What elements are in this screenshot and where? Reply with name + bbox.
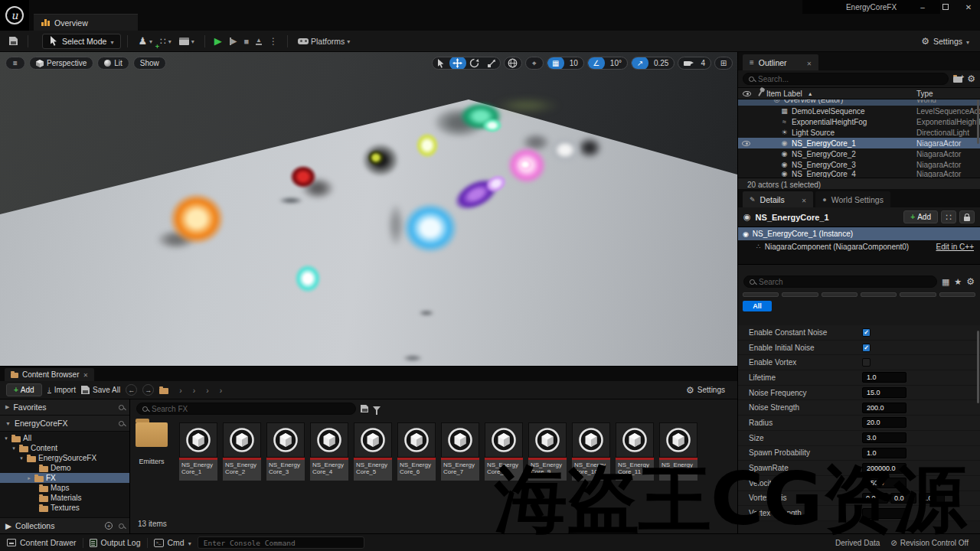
- convert-blueprint-button[interactable]: [941, 210, 956, 223]
- camera-speed-value[interactable]: 4: [695, 57, 710, 70]
- camera-speed-toggle[interactable]: [678, 57, 695, 70]
- tree-row[interactable]: ▾ EnergySourceFX: [0, 453, 129, 463]
- tree-row[interactable]: Materials: [0, 493, 129, 503]
- rotation-snap-toggle[interactable]: ∠: [588, 57, 605, 70]
- vector-x-field[interactable]: 0.0: [862, 493, 888, 504]
- outliner-settings-icon[interactable]: [967, 73, 975, 84]
- settings-button[interactable]: Settings: [921, 36, 980, 47]
- lit-button[interactable]: Lit: [97, 57, 129, 70]
- asset-tile[interactable]: NS_Energy Core_3: [266, 422, 305, 481]
- world-space-button[interactable]: [505, 57, 521, 70]
- play-button[interactable]: [214, 35, 222, 47]
- add-collection-icon[interactable]: +: [105, 522, 113, 530]
- perspective-button[interactable]: Perspective: [29, 57, 93, 70]
- grid-snap-toggle[interactable]: ▦: [547, 57, 564, 70]
- output-log-button[interactable]: Output Log: [90, 538, 141, 547]
- property-value-field[interactable]: [862, 508, 906, 519]
- property-value-field[interactable]: 3.0: [862, 432, 906, 443]
- property-row[interactable]: Velocity 350.0: [738, 476, 980, 491]
- project-section[interactable]: ▼ EnergyCoreFX: [0, 416, 129, 432]
- breadcrumb-item[interactable]: [188, 386, 201, 395]
- cb-settings-button[interactable]: Settings: [686, 385, 731, 396]
- tree-row[interactable]: Maps: [0, 483, 129, 493]
- stop-button[interactable]: [243, 37, 249, 46]
- tree-expand-icon[interactable]: ▾: [3, 435, 9, 442]
- property-value-field[interactable]: 15.0: [862, 387, 906, 398]
- tree-row[interactable]: ▸ FX: [0, 473, 129, 483]
- menu-item[interactable]: [34, 5, 49, 8]
- display-options-icon[interactable]: ▦: [942, 277, 949, 287]
- lock-details-button[interactable]: [959, 210, 975, 223]
- create-folder-icon[interactable]: [953, 77, 962, 83]
- revision-control-status[interactable]: Revision Control Off: [890, 539, 969, 547]
- favorites-star-icon[interactable]: ★: [954, 277, 962, 287]
- save-search-icon[interactable]: [361, 405, 368, 412]
- viewport-options-button[interactable]: ≡: [5, 57, 25, 70]
- outliner-row[interactable]: ◉ NS_EnergyCore_3 NiagaraActor: [738, 159, 980, 170]
- collections-section[interactable]: ▶ Collections +: [0, 517, 129, 533]
- filter-all-button[interactable]: All: [743, 301, 772, 311]
- asset-tile[interactable]: NS_Energy Core_7: [441, 422, 479, 481]
- play-options-button[interactable]: [269, 36, 278, 47]
- property-value-field[interactable]: 200.0: [862, 403, 906, 413]
- tree-row[interactable]: ▾ All: [0, 433, 129, 443]
- details-search-input[interactable]: Search: [743, 276, 937, 288]
- edit-in-cpp-link[interactable]: Edit in C++: [936, 243, 974, 251]
- tree-expand-icon[interactable]: ▸: [26, 475, 32, 481]
- scale-tool-button[interactable]: [483, 57, 500, 70]
- add-actor-button[interactable]: ♟: [134, 33, 156, 49]
- add-component-button[interactable]: + Add: [903, 210, 938, 223]
- outliner-row[interactable]: ◉ NS_EnergyCore_2 NiagaraActor: [738, 148, 980, 159]
- tab-outliner[interactable]: ≡ Outliner: [743, 54, 818, 70]
- tree-expand-icon[interactable]: ▾: [18, 455, 24, 461]
- asset-tile[interactable]: NS_Energy Core_11: [616, 422, 654, 481]
- column-item-label[interactable]: Item Label: [766, 90, 802, 98]
- import-button[interactable]: ↓ Import: [47, 386, 76, 394]
- asset-tile[interactable]: NS_Energy Core_12: [659, 422, 697, 481]
- tree-expand-icon[interactable]: ▾: [11, 445, 17, 452]
- tab-details[interactable]: ✎ Details: [743, 191, 813, 207]
- outliner-row[interactable]: ≈ ExponentialHeightFog ExponentialHeight…: [738, 116, 980, 127]
- outliner-row[interactable]: ▦ DemoLevelSequence LevelSequenceAct: [738, 106, 980, 116]
- property-row[interactable]: Vortex Axis 0.0 0.0 1.0: [738, 491, 980, 507]
- eject-button[interactable]: [256, 37, 262, 45]
- search-icon[interactable]: [119, 405, 124, 410]
- menu-item[interactable]: [64, 5, 80, 8]
- filter-chip[interactable]: [743, 292, 779, 297]
- maximize-button[interactable]: [934, 0, 957, 14]
- filter-icon[interactable]: [373, 406, 381, 411]
- search-icon[interactable]: [119, 523, 124, 529]
- cb-add-button[interactable]: + Add: [6, 383, 42, 396]
- minimize-button[interactable]: –: [911, 0, 934, 14]
- console-command-input[interactable]: Enter Console Command: [198, 536, 364, 549]
- back-button[interactable]: ←: [126, 384, 137, 396]
- tree-row[interactable]: Demo: [0, 463, 129, 473]
- property-value-field[interactable]: 350.0: [862, 478, 906, 488]
- property-row[interactable]: SpawnRate 200000.0: [738, 461, 980, 476]
- outliner-scrollbar[interactable]: [977, 99, 979, 144]
- search-icon[interactable]: [119, 421, 124, 426]
- rotation-snap-value[interactable]: 10°: [605, 57, 627, 70]
- filter-chip[interactable]: [900, 292, 936, 297]
- filter-chip[interactable]: [822, 292, 858, 297]
- details-scrollbar[interactable]: [977, 331, 979, 403]
- outliner-row[interactable]: ☀ Light Source DirectionalLight: [738, 127, 980, 138]
- step-button[interactable]: [229, 37, 237, 45]
- asset-tile[interactable]: NS_Energy Core_1: [179, 422, 217, 481]
- favorites-section[interactable]: ▶ Favorites: [0, 399, 129, 416]
- tab-content-browser[interactable]: Content Browser: [5, 368, 94, 381]
- platforms-button[interactable]: Platforms: [294, 34, 354, 48]
- cmd-dropdown[interactable]: >_ Cmd: [154, 538, 191, 547]
- close-icon[interactable]: [802, 195, 807, 204]
- surface-snap-button[interactable]: ⌖: [526, 57, 543, 70]
- maximize-viewport-button[interactable]: ⊞: [715, 57, 732, 70]
- property-value-field[interactable]: 20.0: [862, 417, 906, 428]
- component-row[interactable]: ∴ NiagaraComponent (NiagaraComponent0) E…: [738, 240, 980, 253]
- asset-tile[interactable]: NS_Energy Core_4: [310, 422, 348, 481]
- close-button[interactable]: ✕: [957, 0, 980, 14]
- eye-icon[interactable]: [743, 91, 751, 96]
- breadcrumb-item[interactable]: [214, 386, 228, 395]
- property-value-field[interactable]: 1.0: [862, 448, 906, 458]
- asset-tile[interactable]: NS_Energy Core_8: [485, 422, 523, 481]
- asset-tile[interactable]: NS_Energy Core_10: [572, 422, 610, 481]
